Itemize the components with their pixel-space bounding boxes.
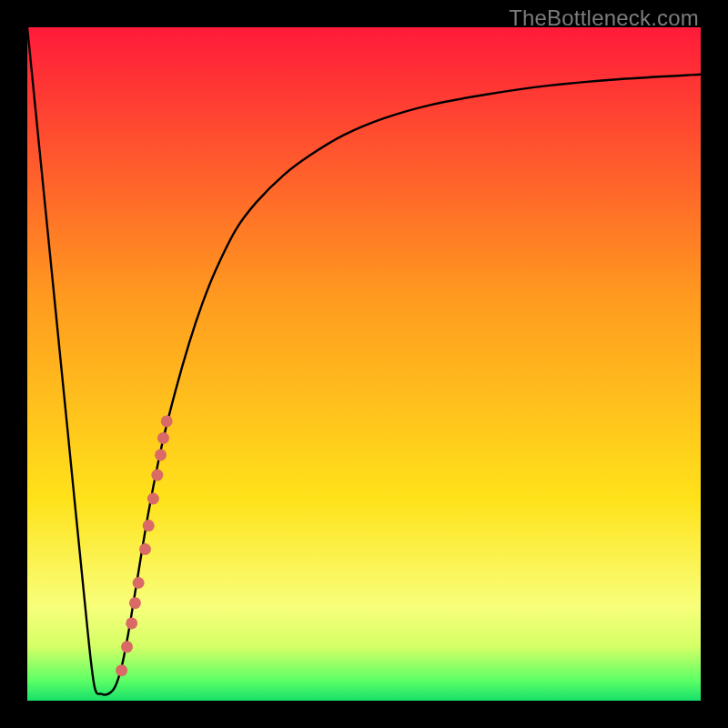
chart-svg bbox=[27, 27, 701, 701]
data-dot bbox=[126, 617, 137, 629]
data-dot bbox=[129, 597, 141, 609]
data-dot bbox=[155, 449, 167, 460]
data-dot bbox=[139, 543, 151, 555]
data-dot bbox=[121, 641, 133, 652]
data-dot bbox=[157, 432, 169, 444]
data-dot bbox=[143, 520, 155, 531]
data-dot bbox=[147, 493, 159, 505]
data-dot bbox=[161, 415, 173, 427]
gradient-background bbox=[27, 27, 701, 701]
plot-area bbox=[27, 27, 701, 701]
chart-frame: TheBottleneck.com bbox=[0, 0, 728, 728]
data-dot bbox=[133, 577, 145, 589]
data-dot bbox=[151, 470, 163, 481]
data-dot bbox=[116, 664, 127, 676]
